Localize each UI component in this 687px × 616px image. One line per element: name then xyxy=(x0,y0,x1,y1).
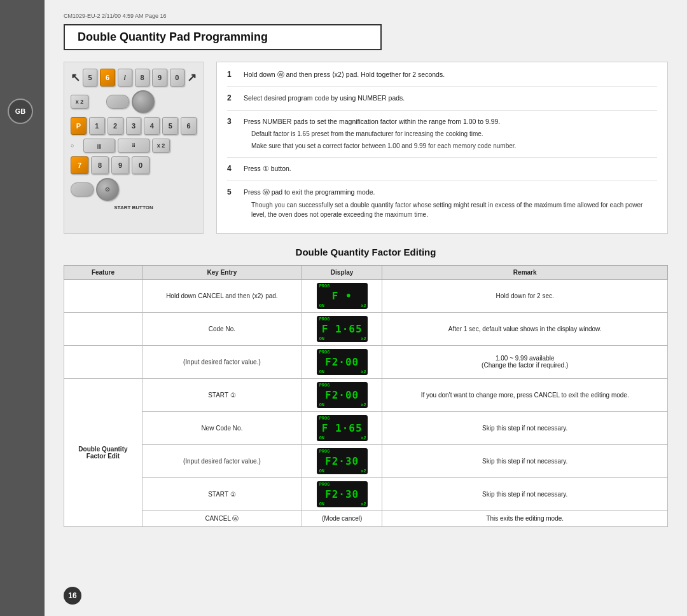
key-dial-top xyxy=(132,90,155,113)
table-row: Hold down CANCEL and then ⟨x2⟩ pad.PROGF… xyxy=(64,279,668,312)
table-row: START ①PROGF2·30ONx2Skip this step if no… xyxy=(64,477,668,510)
step-4-text: Press ① button. xyxy=(244,165,291,172)
key-P: P xyxy=(71,117,87,135)
keypad-area: ↖ 5 6 / 8 9 0 ↗ x 2 P 1 2 3 xyxy=(64,62,204,234)
step-content-2: Select desired program code by using NUM… xyxy=(244,93,405,104)
start-button-label: START BUTTON xyxy=(71,205,197,210)
key-x2-top: x 2 xyxy=(71,95,88,109)
arrow-1: ↖ xyxy=(71,71,80,85)
page-ref-text: CM1029-EU-2 2/11/00 4:59 AM Page 16 xyxy=(64,13,167,19)
key-6: 6 xyxy=(100,69,114,86)
step-content-5: Press ⓦ pad to exit the programming mode… xyxy=(244,188,657,219)
step-num-1: 1 xyxy=(227,70,237,80)
keypad-row-1: ↖ 5 6 / 8 9 0 ↗ xyxy=(71,69,197,86)
key-0-top: 0 xyxy=(170,69,184,86)
table-row: Code No.PROGF 1·65ONx2After 1 sec, defau… xyxy=(64,312,668,345)
col-header-remark: Remark xyxy=(382,265,668,279)
key-0b: 0 xyxy=(132,156,149,174)
factor-table: Feature Key Entry Display Remark Hold do… xyxy=(64,265,668,527)
keyentry-cell: START ① xyxy=(142,378,302,411)
step-num-2: 2 xyxy=(227,93,237,104)
table-row: (Input desired factor value.)PROGF2·00ON… xyxy=(64,345,668,378)
step-content-1: Hold down ⓦ and then press ⟨x2⟩ pad. Hol… xyxy=(244,70,445,80)
col-header-feature: Feature xyxy=(64,265,142,279)
step-3-sub2: Make sure that you set a correct factor … xyxy=(251,141,516,151)
step-num-4: 4 xyxy=(227,164,237,174)
gb-badge: GB xyxy=(8,99,33,124)
key-4: 4 xyxy=(144,117,160,135)
col-header-keyentry: Key Entry xyxy=(142,265,302,279)
page-title: Double Quantity Pad Programming xyxy=(78,31,368,44)
top-section: ↖ 5 6 / 8 9 0 ↗ x 2 P 1 2 3 xyxy=(64,62,668,234)
gb-label: GB xyxy=(15,107,26,115)
keyentry-cell: Hold down CANCEL and then ⟨x2⟩ pad. xyxy=(142,279,302,312)
key-5b: 5 xyxy=(162,117,178,135)
key-7b: 7 xyxy=(71,156,88,174)
table-row: CANCEL ⓦ(Mode cancel)This exits the edit… xyxy=(64,510,668,526)
keypad-row-4: ○ ||| ⠿ x 2 xyxy=(71,139,197,153)
arrow-2: ↗ xyxy=(187,71,197,85)
key-dial-bot: ⊙ xyxy=(96,178,119,201)
display-cell: PROGF2·00ONx2 xyxy=(302,345,382,378)
feature-cell-empty xyxy=(64,345,142,378)
key-5: 5 xyxy=(83,69,97,86)
table-row: Double QuantityFactor EditSTART ①PROGF2·… xyxy=(64,378,668,411)
page-number: 16 xyxy=(64,587,81,605)
keyentry-cell: Code No. xyxy=(142,312,302,345)
section2-title: Double Quantity Factor Editing xyxy=(64,247,668,257)
instruction-step-1: 1 Hold down ⓦ and then press ⟨x2⟩ pad. H… xyxy=(227,70,657,87)
remark-cell: Skip this step if not necessary. xyxy=(382,411,668,444)
key-8b: 8 xyxy=(91,156,109,174)
display-cell: PROGF2·00ONx2 xyxy=(302,378,382,411)
display-cell: (Mode cancel) xyxy=(302,510,382,526)
key-prog-top xyxy=(106,95,129,109)
remark-cell: 1.00 ~ 9.99 available(Change the factor … xyxy=(382,345,668,378)
remark-cell: If you don’t want to change more, press … xyxy=(382,378,668,411)
step-num-5: 5 xyxy=(227,188,237,219)
instructions-panel: 1 Hold down ⓦ and then press ⟨x2⟩ pad. H… xyxy=(216,62,668,234)
keyentry-cell: (Input desired factor value.) xyxy=(142,345,302,378)
keypad-row-3: P 1 2 3 4 5 6 xyxy=(71,117,197,135)
instruction-step-3: 3 Press NUMBER pads to set the magnifica… xyxy=(227,117,657,158)
key-7: / xyxy=(118,69,132,86)
step-5-text: Press ⓦ pad to exit the programming mode… xyxy=(244,188,375,196)
keyentry-cell: CANCEL ⓦ xyxy=(142,510,302,526)
table-header-row: Feature Key Entry Display Remark xyxy=(64,265,668,279)
main-content: CM1029-EU-2 2/11/00 4:59 AM Page 16 Doub… xyxy=(45,0,687,616)
step-1-text: Hold down ⓦ and then press ⟨x2⟩ pad. Hol… xyxy=(244,71,445,78)
table-row: (Input desired factor value.)PROGF2·30ON… xyxy=(64,444,668,477)
key-8: 8 xyxy=(135,69,149,86)
remark-cell: Skip this step if not necessary. xyxy=(382,477,668,510)
key-9: 9 xyxy=(152,69,167,86)
step-5-sub1: Though you can successfully set a double… xyxy=(251,200,657,219)
display-cell: PROGF •ONx2 xyxy=(302,279,382,312)
display-cell: PROGF2·30ONx2 xyxy=(302,444,382,477)
section2: Double Quantity Factor Editing Feature K… xyxy=(64,247,668,527)
keypad-row-6: ⊙ xyxy=(71,178,197,201)
step-3-sub1: Default factor is 1.65 preset from the m… xyxy=(251,129,516,139)
instruction-step-2: 2 Select desired program code by using N… xyxy=(227,93,657,111)
step-2-text: Select desired program code by using NUM… xyxy=(244,94,405,102)
key-1: 1 xyxy=(89,117,105,135)
feature-cell-empty xyxy=(64,279,142,312)
key-2: 2 xyxy=(108,117,123,135)
display-cell: PROGF 1·65ONx2 xyxy=(302,312,382,345)
step-3-text: Press NUMBER pads to set the magnificati… xyxy=(244,118,500,125)
feature-cell: Double QuantityFactor Edit xyxy=(64,378,142,526)
keyentry-cell: (Input desired factor value.) xyxy=(142,444,302,477)
table-row: New Code No.PROGF 1·65ONx2Skip this step… xyxy=(64,411,668,444)
step-content-3: Press NUMBER pads to set the magnificati… xyxy=(244,117,516,151)
col-header-display: Display xyxy=(302,265,382,279)
instruction-step-4: 4 Press ① button. xyxy=(227,164,657,181)
remark-cell: Hold down for 2 sec. xyxy=(382,279,668,312)
key-6b: 6 xyxy=(181,117,197,135)
key-prog-bot xyxy=(71,182,94,196)
keyentry-cell: New Code No. xyxy=(142,411,302,444)
remark-cell: After 1 sec, default value shows in the … xyxy=(382,312,668,345)
left-sidebar: GB xyxy=(0,0,45,616)
key-grid: ⠿ xyxy=(118,139,149,153)
feature-cell-empty xyxy=(64,312,142,345)
keypad-row-2: x 2 xyxy=(71,90,197,113)
key-x2-mid: x 2 xyxy=(152,139,170,153)
step-num-3: 3 xyxy=(227,117,237,151)
